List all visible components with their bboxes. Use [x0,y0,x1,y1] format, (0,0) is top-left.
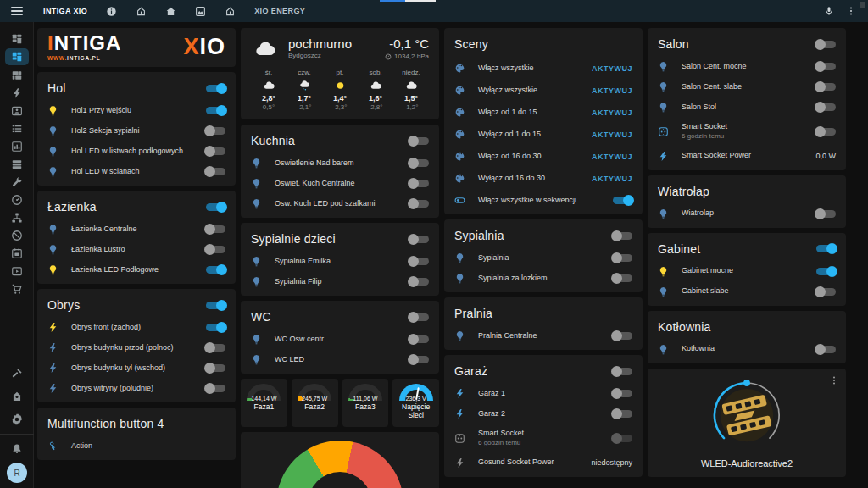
scene-row[interactable]: Wyłącz od 16 do 30AKTYWUJ [454,173,632,184]
sidebar-item-home[interactable] [5,385,29,408]
sidebar-item-gauge[interactable] [5,191,29,208]
entity-row[interactable]: Obrys budynku przod (polnoc) [47,342,225,353]
tab-image-view[interactable] [186,0,215,22]
sidebar-item-overview[interactable] [5,30,29,47]
entity-toggle[interactable] [409,258,429,265]
sidebar-item-dashboard-active[interactable] [5,48,29,65]
total-power-gauge-card[interactable]: 500,95 W Całkowity pobór Dom [241,432,439,488]
gauge-faza1[interactable]: 144,14 W Faza1 [241,379,287,427]
entity-row[interactable]: Pralnia Centralne [454,330,632,341]
entity-toggle[interactable] [816,103,836,111]
entity-toggle[interactable] [409,180,429,187]
sidebar-item-network[interactable] [5,208,29,226]
entity-row[interactable]: Gosund Socket Powerniedostępny [454,458,632,469]
overflow-menu-icon[interactable] [846,6,856,16]
activate-button[interactable]: AKTYWUJ [592,175,632,183]
entity-toggle[interactable] [206,324,225,331]
entity-row[interactable]: Obrys front (zachod) [47,322,225,333]
scene-row[interactable]: Włącz wszystkieAKTYWUJ [454,63,632,74]
card-master-toggle[interactable] [206,203,225,211]
entity-toggle[interactable] [206,364,225,372]
sidebar-item-compass[interactable] [5,226,29,244]
activate-button[interactable]: AKTYWUJ [592,152,632,161]
entity-row[interactable]: Hol LED w scianach [47,166,225,177]
card-menu-icon[interactable] [829,375,839,385]
user-avatar[interactable]: R [7,463,27,483]
entity-row[interactable]: Sypialnia [454,252,632,263]
tab-home-1[interactable] [126,0,156,22]
gauge-faza3[interactable]: 111,06 W Faza3 [342,379,389,427]
sidebar-item-developer-tools[interactable] [5,362,29,385]
activate-button[interactable]: AKTYWUJ [592,108,632,117]
entity-toggle[interactable] [816,288,836,296]
entity-toggle[interactable] [206,147,225,155]
sidebar-item-media[interactable] [5,262,29,280]
tab-home-alert[interactable] [215,0,245,22]
entity-row[interactable]: Action [47,441,225,452]
gauge-faza2[interactable]: 245,75 W Faza2 [292,379,338,427]
entity-toggle[interactable] [613,254,632,262]
activate-button[interactable]: AKTYWUJ [592,130,632,139]
entity-row[interactable]: WC LED [251,354,429,365]
scene-row[interactable]: Wyłącz od 1 do 15AKTYWUJ [454,129,632,140]
card-master-toggle[interactable] [816,245,836,252]
entity-toggle[interactable] [613,410,632,418]
entity-row[interactable]: Łazienka Centralne [47,224,225,235]
entity-row[interactable]: Salon Cent. mocne [658,61,836,72]
entity-row[interactable]: Sypialnia Filip [251,276,429,287]
entity-toggle[interactable] [409,159,429,167]
entity-toggle[interactable] [816,128,836,136]
microphone-icon[interactable] [824,6,834,16]
sidebar-item-tools[interactable] [5,173,29,191]
activate-button[interactable]: AKTYWUJ [592,86,632,95]
tab-intiga-xio[interactable]: INTIGA XIO [34,0,97,22]
entity-toggle[interactable] [409,336,429,343]
entity-toggle[interactable] [613,197,632,204]
entity-row[interactable]: Hol LED w listwach podłogowych [47,146,225,157]
card-master-toggle[interactable] [613,232,632,240]
entity-row[interactable]: WC Osw centr [251,334,429,345]
sidebar-item-dashboard-2[interactable] [5,66,29,84]
entity-row[interactable]: Smart Socket6 godzin temu [658,122,836,141]
sidebar-item-logbook[interactable] [5,119,29,137]
entity-toggle[interactable] [613,435,632,442]
entity-toggle[interactable] [206,246,225,253]
entity-row[interactable]: Hol2 Sekcja sypialni [47,125,225,136]
activate-button[interactable]: AKTYWUJ [592,64,632,73]
entity-toggle[interactable] [206,385,225,392]
entity-row[interactable]: Obrys witryny (poludnie) [47,383,225,394]
entity-toggle[interactable] [206,266,225,274]
entity-row[interactable]: Hol1 Przy wejściu [47,105,225,116]
entity-toggle[interactable] [409,278,429,286]
entity-toggle[interactable] [613,390,632,397]
sidebar-item-settings[interactable] [5,408,29,430]
entity-row[interactable]: Sypialnia za lozkiem [454,273,632,284]
sidebar-item-rows[interactable] [5,155,29,173]
entity-row[interactable]: Garaz 2 [454,408,632,419]
entity-row[interactable]: Smart Socket Power0,0 W [658,151,836,162]
entity-row[interactable]: Łazienka Lustro [47,244,225,255]
entity-row[interactable]: Gabinet mocne [658,266,836,277]
entity-toggle[interactable] [816,83,836,91]
card-master-toggle[interactable] [206,302,225,309]
scene-row[interactable]: Wyłącz wszystkieAKTYWUJ [454,85,632,96]
entity-row[interactable]: Obrys budynku tyl (wschod) [47,363,225,374]
tab-home-2[interactable] [156,0,186,22]
scrollbar-nub[interactable] [860,2,865,8]
entity-row[interactable]: Salon Stol [658,102,836,113]
entity-row[interactable]: Gabinet slabe [658,286,836,297]
card-master-toggle[interactable] [409,137,429,145]
entity-toggle[interactable] [206,168,225,175]
entity-toggle[interactable] [816,268,836,275]
entity-row[interactable]: Garaz 1 [454,388,632,399]
sidebar-item-persons[interactable] [5,102,29,119]
entity-toggle[interactable] [409,356,429,363]
entity-row[interactable]: Sypialnia Emilka [251,256,429,267]
tab-info[interactable] [97,0,126,22]
weather-card[interactable]: pochmurno Bydgoszcz -0,1 °C 1034,2 hPa ś… [241,28,439,119]
entity-toggle[interactable] [206,107,225,114]
entity-row[interactable]: Oswiet. Kuch Centralne [251,178,429,189]
tab-xio-energy[interactable]: XIO ENERGY [245,0,314,22]
sidebar-item-calendar[interactable] [5,244,29,262]
card-master-toggle[interactable] [409,313,429,321]
